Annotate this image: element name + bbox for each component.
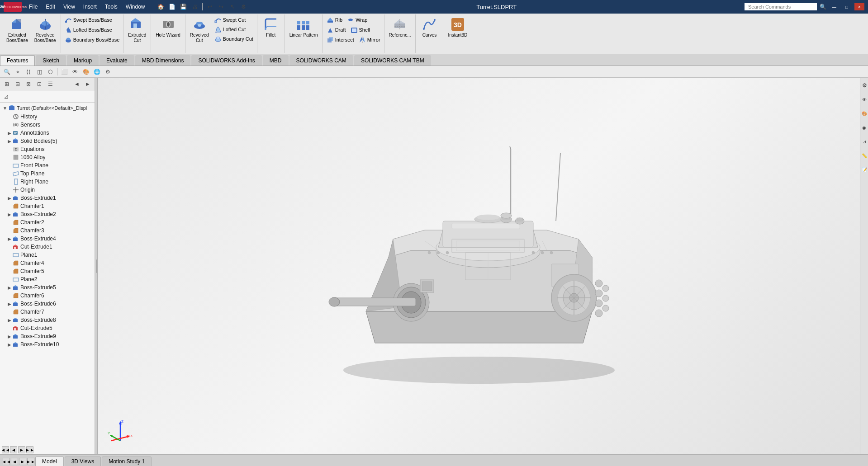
nav-prev-button[interactable]: ◄	[10, 446, 17, 453]
zoom-area-icon[interactable]: ⌖	[13, 67, 23, 76]
view-orientation-icon[interactable]: ⬡	[45, 67, 55, 76]
lofted-boss-base-button[interactable]: Lofted Boss/Base	[63, 25, 114, 34]
draft-button[interactable]: Draft	[325, 25, 348, 34]
reference-geometry-button[interactable]: Referenc...	[386, 15, 414, 40]
menu-tools[interactable]: Tools	[101, 3, 121, 11]
menu-file[interactable]: File	[25, 3, 41, 11]
tree-item-chamfer1[interactable]: Chamfer1	[0, 202, 95, 210]
linear-pattern-button[interactable]: Linear Pattern	[287, 15, 321, 40]
configuration-manager-icon[interactable]: ⊠	[24, 80, 33, 89]
tab-markup[interactable]: Markup	[67, 55, 99, 66]
minimize-button[interactable]: —	[829, 3, 839, 10]
curves-button[interactable]: Curves	[417, 15, 441, 40]
maximize-button[interactable]: □	[842, 3, 852, 10]
intersect-button[interactable]: Intersect	[325, 35, 356, 44]
tree-item-solid-bodies[interactable]: ▶ Solid Bodies(5)	[0, 137, 95, 145]
tree-item-annotations[interactable]: ▶ Annotations	[0, 129, 95, 137]
nav-last-button[interactable]: ►►	[26, 446, 33, 453]
tree-item-origin[interactable]: Origin	[0, 186, 95, 194]
annotations-expand[interactable]: ▶	[6, 130, 13, 136]
tree-item-boss-extrude5[interactable]: ▶ Boss-Extrude5	[0, 283, 95, 292]
fillet-button[interactable]: Fillet	[259, 15, 283, 40]
tab-evaluate[interactable]: Evaluate	[100, 55, 134, 66]
tree-item-history[interactable]: History	[0, 113, 95, 121]
tree-item-boss-extrude4[interactable]: ▶ Boss-Extrude4	[0, 235, 95, 243]
rs-filter-btn[interactable]: ⊿	[861, 135, 868, 148]
tree-item-boss-extrude8[interactable]: ▶ Boss-Extrude8	[0, 316, 95, 324]
shell-button[interactable]: Shell	[349, 25, 372, 34]
close-button[interactable]: ×	[854, 3, 864, 10]
feature-tree[interactable]: ▼ Turret (Default<<Default>_Displ Histor…	[0, 103, 95, 445]
boss-extrude9-expand[interactable]: ▶	[6, 333, 13, 339]
tree-item-boss-extrude2[interactable]: ▶ Boss-Extrude2	[0, 210, 95, 218]
rs-settings-btn[interactable]: ⚙	[861, 79, 868, 92]
menu-insert[interactable]: Insert	[80, 3, 100, 11]
boss-extrude10-expand[interactable]: ▶	[6, 341, 13, 348]
tree-item-chamfer7[interactable]: Chamfer7	[0, 308, 95, 316]
tree-item-front-plane[interactable]: Front Plane	[0, 161, 95, 169]
previous-view-icon[interactable]: ⟨⟨	[24, 67, 33, 76]
redo-button[interactable]: ↪	[216, 2, 226, 11]
boss-extrude6-expand[interactable]: ▶	[6, 301, 13, 307]
tree-item-chamfer5[interactable]: Chamfer5	[0, 267, 95, 275]
boss-extrude1-expand[interactable]: ▶	[6, 195, 13, 201]
tab-sketch[interactable]: Sketch	[36, 55, 66, 66]
mirror-button[interactable]: Mirror	[357, 35, 382, 44]
tree-item-boss-extrude10[interactable]: ▶ Boss-Extrude10	[0, 340, 95, 348]
rib-button[interactable]: Rib	[325, 15, 345, 24]
nav-first-button[interactable]: ◄◄	[2, 446, 9, 453]
boss-extrude5-expand[interactable]: ▶	[6, 284, 13, 291]
swept-boss-base-button[interactable]: Swept Boss/Base	[63, 15, 114, 24]
property-manager-icon[interactable]: ⊟	[13, 80, 23, 89]
tree-root[interactable]: ▼ Turret (Default<<Default>_Displ	[0, 104, 95, 113]
tree-item-boss-extrude6[interactable]: ▶ Boss-Extrude6	[0, 300, 95, 308]
tree-item-chamfer2[interactable]: Chamfer2	[0, 218, 95, 226]
rs-appearance-btn[interactable]: 🎨	[861, 107, 868, 120]
bottom-tab-motion-study[interactable]: Motion Study 1	[102, 457, 152, 466]
zoom-to-fit-icon[interactable]: 🔍	[2, 67, 12, 76]
open-button[interactable]: 📄	[167, 2, 177, 11]
bottom-tab-model[interactable]: Model	[35, 457, 64, 466]
tree-item-cut-extrude1[interactable]: Cut-Extrude1	[0, 243, 95, 251]
tree-item-boss-extrude1[interactable]: ▶ Boss-Extrude1	[0, 194, 95, 202]
tab-solidworks-cam[interactable]: SOLIDWORKS CAM	[289, 55, 353, 66]
lofted-cut-button[interactable]: Lofted Cut	[213, 25, 255, 34]
undo-button[interactable]: ↩	[205, 2, 215, 11]
options-button[interactable]: ⚙	[239, 2, 249, 11]
dim-expert-icon[interactable]: ⊡	[34, 80, 44, 89]
edit-appearance-icon[interactable]: 🎨	[81, 67, 91, 76]
solid-bodies-expand[interactable]: ▶	[6, 138, 13, 144]
menu-window[interactable]: Window	[122, 3, 149, 11]
tab-solidworks-cam-tbm[interactable]: SOLIDWORKS CAM TBM	[354, 55, 431, 66]
bottom-nav-last[interactable]: ►►	[27, 458, 34, 465]
instant3d-button[interactable]: 3D Instant3D	[445, 15, 470, 40]
view-settings-icon[interactable]: ⚙	[103, 67, 113, 76]
tree-item-chamfer6[interactable]: Chamfer6	[0, 292, 95, 300]
tab-mbd[interactable]: MBD	[263, 55, 289, 66]
save-button[interactable]: 💾	[179, 2, 189, 11]
tree-item-equations[interactable]: Σ Equations	[0, 145, 95, 153]
boundary-cut-button[interactable]: Boundary Cut	[213, 34, 255, 43]
swept-cut-button[interactable]: Swept Cut	[213, 15, 255, 24]
hide-show-icon[interactable]: 👁	[70, 67, 80, 76]
display-manager-icon[interactable]: ☰	[45, 80, 55, 89]
tree-item-material[interactable]: 1060 Alloy	[0, 153, 95, 161]
extruded-cut-button[interactable]: ExtrudedCut	[125, 15, 149, 45]
boundary-boss-base-button[interactable]: Boundary Boss/Base	[63, 35, 122, 44]
boss-extrude4-expand[interactable]: ▶	[6, 235, 13, 242]
tree-item-cut-extrude5[interactable]: Cut-Extrude5	[0, 324, 95, 332]
bottom-nav-prev[interactable]: ◄	[11, 458, 18, 465]
tree-item-sensors[interactable]: Sensors	[0, 121, 95, 129]
scene-icon[interactable]: 🌐	[92, 67, 102, 76]
boss-extrude2-expand[interactable]: ▶	[6, 211, 13, 217]
extruded-boss-base-button[interactable]: ExtrudedBoss/Base	[4, 15, 31, 45]
bottom-tab-3d-views[interactable]: 3D Views	[65, 457, 101, 466]
tab-features[interactable]: Features	[0, 55, 35, 66]
new-button[interactable]: 🏠	[156, 2, 166, 11]
boss-extrude8-expand[interactable]: ▶	[6, 317, 13, 323]
viewport[interactable]: Z X Y	[98, 78, 860, 454]
section-view-icon[interactable]: ◫	[34, 67, 44, 76]
nav-next-button[interactable]: ►	[18, 446, 25, 453]
sidebar-arrow-left[interactable]: ◄	[72, 80, 82, 89]
select-button[interactable]: ↖	[228, 2, 237, 11]
